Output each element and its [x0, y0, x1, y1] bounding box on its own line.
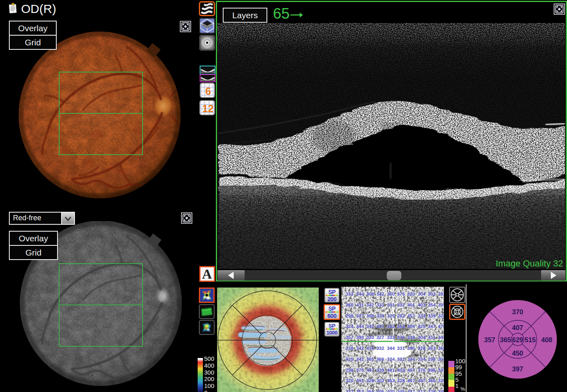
svg-text:425: 425 — [345, 357, 354, 362]
svg-text:308: 308 — [366, 292, 374, 296]
svg-text:353: 353 — [356, 389, 364, 392]
svg-text:457: 457 — [407, 368, 415, 373]
svg-text:342: 342 — [366, 324, 374, 329]
svg-text:447: 447 — [407, 378, 415, 383]
svg-text:328: 328 — [366, 378, 374, 383]
svg-text:339: 339 — [428, 313, 435, 318]
svg-text:347: 347 — [438, 368, 444, 373]
svg-text:308: 308 — [366, 313, 374, 318]
svg-text:304: 304 — [418, 335, 426, 340]
svg-text:496: 496 — [428, 368, 435, 373]
svg-text:365: 365 — [500, 336, 511, 343]
svg-text:407: 407 — [512, 324, 523, 331]
svg-text:320: 320 — [345, 378, 353, 383]
svg-text:416: 416 — [366, 346, 374, 351]
svg-text:365: 365 — [366, 357, 374, 362]
svg-text:447: 447 — [366, 368, 374, 373]
svg-text:333: 333 — [387, 335, 394, 340]
svg-text:329: 329 — [387, 313, 394, 318]
svg-text:282: 282 — [438, 292, 444, 296]
svg-text:376: 376 — [418, 368, 425, 373]
svg-text:370: 370 — [356, 368, 364, 373]
svg-text:6: 6 — [205, 85, 211, 97]
svg-text:304: 304 — [438, 357, 444, 362]
svg-text:339: 339 — [438, 303, 444, 307]
svg-text:342: 342 — [356, 346, 364, 351]
svg-text:347: 347 — [428, 324, 435, 329]
svg-text:515: 515 — [524, 336, 536, 343]
svg-text:303: 303 — [376, 378, 384, 383]
svg-text:363: 363 — [428, 346, 435, 351]
svg-text:334: 334 — [418, 357, 426, 362]
svg-text:331: 331 — [376, 303, 384, 307]
svg-text:390: 390 — [407, 346, 415, 351]
svg-text:344: 344 — [407, 357, 415, 362]
svg-text:447: 447 — [376, 324, 384, 329]
svg-text:301: 301 — [387, 303, 395, 307]
svg-text:334: 334 — [376, 313, 384, 318]
svg-text:342: 342 — [356, 357, 364, 362]
svg-text:306: 306 — [376, 389, 384, 392]
svg-text:328: 328 — [397, 378, 405, 383]
svg-text:12: 12 — [202, 103, 214, 114]
svg-text:357: 357 — [345, 335, 353, 340]
svg-text:470: 470 — [438, 324, 444, 329]
svg-text:328: 328 — [418, 346, 426, 351]
svg-text:376: 376 — [397, 335, 405, 340]
svg-text:457: 457 — [407, 313, 415, 318]
svg-text:357: 357 — [484, 336, 495, 343]
svg-text:390: 390 — [356, 335, 364, 340]
svg-text:298: 298 — [345, 313, 354, 318]
svg-text:339: 339 — [438, 378, 444, 383]
svg-text:344: 344 — [438, 335, 444, 340]
svg-text:401: 401 — [387, 368, 395, 373]
svg-text:411: 411 — [428, 335, 436, 340]
svg-text:327: 327 — [356, 313, 364, 318]
svg-text:376: 376 — [397, 292, 405, 296]
svg-text:334: 334 — [418, 313, 426, 318]
svg-text:327: 327 — [376, 335, 384, 340]
svg-text:420: 420 — [387, 389, 394, 392]
svg-text:344: 344 — [356, 292, 364, 296]
svg-text:333: 333 — [345, 292, 353, 296]
svg-text:491: 491 — [356, 378, 364, 383]
svg-text:304: 304 — [407, 324, 415, 329]
svg-text:324: 324 — [387, 357, 395, 362]
svg-text:339: 339 — [376, 368, 384, 373]
svg-text:333: 333 — [366, 335, 374, 340]
svg-text:447: 447 — [407, 389, 415, 392]
svg-text:401: 401 — [407, 303, 415, 307]
svg-text:365: 365 — [366, 389, 374, 392]
svg-text:354: 354 — [428, 303, 436, 307]
svg-text:447: 447 — [418, 378, 425, 383]
svg-text:370: 370 — [512, 308, 523, 315]
svg-text:408: 408 — [541, 336, 552, 343]
svg-text:282: 282 — [397, 313, 405, 318]
svg-text:320: 320 — [407, 292, 415, 296]
svg-text:360: 360 — [387, 292, 394, 296]
svg-text:339: 339 — [407, 335, 415, 340]
svg-text:365: 365 — [438, 346, 444, 351]
svg-text:354: 354 — [397, 324, 405, 329]
svg-text:332: 332 — [376, 346, 384, 351]
svg-text:331: 331 — [397, 346, 405, 351]
svg-text:342: 342 — [376, 292, 384, 296]
svg-text:324: 324 — [345, 324, 354, 329]
svg-text:411: 411 — [356, 303, 364, 307]
svg-text:332: 332 — [397, 357, 405, 362]
svg-text:411: 411 — [418, 389, 426, 392]
svg-text:403: 403 — [397, 368, 405, 373]
svg-text:360: 360 — [345, 303, 353, 307]
svg-text:425: 425 — [418, 324, 426, 329]
svg-text:A: A — [202, 266, 212, 281]
svg-text:346: 346 — [438, 389, 444, 392]
svg-text:298: 298 — [345, 368, 354, 373]
svg-text:346: 346 — [397, 389, 405, 392]
svg-text:327: 327 — [345, 389, 353, 392]
svg-text:342: 342 — [366, 303, 374, 307]
svg-text:450: 450 — [512, 349, 523, 357]
svg-text:366: 366 — [428, 378, 435, 383]
svg-text:304: 304 — [418, 292, 426, 296]
svg-text:238: 238 — [345, 346, 354, 351]
svg-text:298: 298 — [428, 357, 436, 362]
